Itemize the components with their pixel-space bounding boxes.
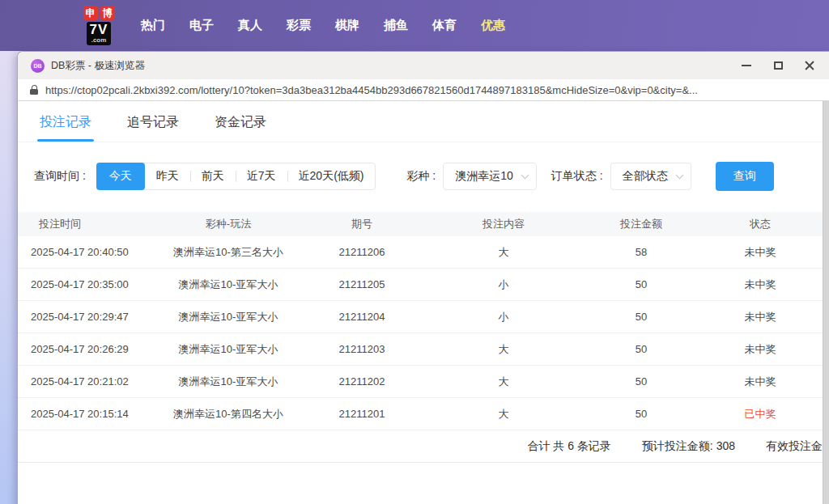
nav-item-electronic[interactable]: 电子 xyxy=(189,18,214,33)
bet-amount: 50 xyxy=(585,278,698,290)
time-range-group: 今天 昨天 前天 近7天 近20天(低频) xyxy=(96,163,376,190)
table-row[interactable]: 2025-04-17 20:40:50 澳洲幸运10-第三名大小 2121120… xyxy=(18,236,823,269)
table-row[interactable]: 2025-04-17 20:35:00 澳洲幸运10-亚军大小 21211205… xyxy=(18,269,823,301)
bet-records-table: 投注时间 彩种-玩法 期号 投注内容 投注金额 状态 2025-04-17 20… xyxy=(18,212,823,463)
record-tabs: 投注记录 追号记录 资金记录 xyxy=(18,101,823,142)
game-play: 澳洲幸运10-亚军大小 xyxy=(155,375,301,389)
col-game-play: 彩种-玩法 xyxy=(155,217,301,231)
search-button[interactable]: 查询 xyxy=(716,162,774,191)
browser-window: DB DB彩票 - 极速浏览器 https://ctop02pcali.2kbx… xyxy=(17,51,829,504)
table-row[interactable]: 2025-04-17 20:26:29 澳洲幸运10-亚军大小 21211203… xyxy=(18,333,823,366)
minimize-icon xyxy=(742,65,751,66)
bet-content: 大 xyxy=(423,342,585,357)
lottery-select[interactable]: 澳洲幸运10 xyxy=(443,163,537,190)
close-button[interactable] xyxy=(803,59,816,72)
bet-content: 小 xyxy=(423,277,585,292)
logo-sub-text: .com xyxy=(90,37,108,44)
game-play: 澳洲幸运10-第四名大小 xyxy=(155,407,301,421)
bet-time: 2025-04-17 20:26:29 xyxy=(18,343,155,355)
bet-time: 2025-04-17 20:29:47 xyxy=(18,311,155,323)
nav-item-live[interactable]: 真人 xyxy=(238,18,262,33)
time-option-day-before[interactable]: 前天 xyxy=(190,163,236,189)
page-content: 投注记录 追号记录 资金记录 查询时间 : 今天 昨天 前天 近7天 近20天(… xyxy=(18,101,823,504)
col-status: 状态 xyxy=(698,217,823,231)
tab-chase-records[interactable]: 追号记录 xyxy=(127,114,179,142)
chevron-down-icon xyxy=(675,172,683,180)
status-badge: 未中奖 xyxy=(698,277,823,292)
issue-number: 21211205 xyxy=(301,278,423,290)
bet-amount: 50 xyxy=(585,375,698,388)
maximize-icon xyxy=(774,61,783,70)
filter-row: 查询时间 : 今天 昨天 前天 近7天 近20天(低频) 彩种 : 澳洲幸运10… xyxy=(34,162,823,191)
issue-number: 21211204 xyxy=(301,311,423,323)
minimize-button[interactable] xyxy=(740,59,753,72)
time-option-yesterday[interactable]: 昨天 xyxy=(145,163,190,189)
vertical-scrollbar[interactable] xyxy=(823,101,829,504)
game-play: 澳洲幸运10-亚军大小 xyxy=(155,342,301,357)
nav-item-hot[interactable]: 热门 xyxy=(141,18,165,33)
logo-badge-right: 博 xyxy=(100,6,115,20)
nav-item-lottery[interactable]: 彩票 xyxy=(287,18,311,33)
bet-time: 2025-04-17 20:40:50 xyxy=(18,246,155,258)
status-badge: 未中奖 xyxy=(698,342,823,357)
bet-time: 2025-04-17 20:35:00 xyxy=(18,278,155,290)
issue-number: 21211201 xyxy=(301,408,423,420)
bet-amount: 50 xyxy=(585,311,698,323)
logo-box: 7V .com xyxy=(87,22,112,45)
chevron-down-icon xyxy=(521,172,529,180)
nav-item-chess[interactable]: 棋牌 xyxy=(335,18,359,33)
window-title: DB彩票 - 极速浏览器 xyxy=(51,59,740,73)
table-row[interactable]: 2025-04-17 20:15:14 澳洲幸运10-第四名大小 2121120… xyxy=(18,398,823,430)
status-badge: 未中奖 xyxy=(698,245,823,260)
url-text[interactable]: https://ctop02pcali.2kbxi392.com/lottery… xyxy=(45,84,698,96)
summary-total: 合计 共 6 条记录 xyxy=(527,439,610,454)
col-amount: 投注金额 xyxy=(585,217,698,231)
site-topbar: 申 博 7V .com 热门 电子 真人 彩票 棋牌 捕鱼 体育 优惠 xyxy=(0,0,829,51)
table-summary: 合计 共 6 条记录 预计投注金额: 308 有效投注金 xyxy=(18,430,823,463)
logo-badge-left: 申 xyxy=(83,6,98,20)
close-icon xyxy=(804,60,815,71)
issue-number: 21211206 xyxy=(301,246,423,258)
nav-item-promo[interactable]: 优惠 xyxy=(481,18,505,33)
nav-item-fishing[interactable]: 捕鱼 xyxy=(384,18,408,33)
logo-badges: 申 博 xyxy=(83,6,115,20)
desktop: 申 博 7V .com 热门 电子 真人 彩票 棋牌 捕鱼 体育 优惠 DB D… xyxy=(0,0,829,504)
bet-amount: 58 xyxy=(585,246,698,258)
issue-number: 21211203 xyxy=(301,343,423,355)
window-controls xyxy=(740,59,816,72)
col-content: 投注内容 xyxy=(423,217,585,231)
col-issue: 期号 xyxy=(301,217,423,231)
lottery-filter-label: 彩种 : xyxy=(406,169,436,184)
bet-content: 大 xyxy=(423,375,585,389)
bet-content: 小 xyxy=(423,310,585,324)
tab-bet-records[interactable]: 投注记录 xyxy=(40,114,91,142)
tab-fund-records[interactable]: 资金记录 xyxy=(215,114,266,142)
nav-item-sports[interactable]: 体育 xyxy=(432,18,457,33)
issue-number: 21211202 xyxy=(301,375,423,388)
logo-main-text: 7V xyxy=(90,23,108,37)
window-titlebar[interactable]: DB DB彩票 - 极速浏览器 xyxy=(18,52,829,79)
status-badge: 未中奖 xyxy=(698,310,823,324)
table-header: 投注时间 彩种-玩法 期号 投注内容 投注金额 状态 xyxy=(18,212,823,236)
status-badge: 已中奖 xyxy=(698,407,823,421)
browser-favicon: DB xyxy=(31,59,45,73)
site-logo[interactable]: 申 博 7V .com xyxy=(80,6,117,45)
game-play: 澳洲幸运10-亚军大小 xyxy=(155,277,301,292)
time-option-20days[interactable]: 近20天(低频) xyxy=(287,163,376,189)
summary-valid-amount: 有效投注金 xyxy=(766,439,823,454)
maximize-button[interactable] xyxy=(772,59,784,72)
table-row[interactable]: 2025-04-17 20:29:47 澳洲幸运10-亚军大小 21211204… xyxy=(18,301,823,333)
lock-icon xyxy=(30,85,38,95)
bet-amount: 50 xyxy=(585,408,698,420)
status-badge: 未中奖 xyxy=(698,375,823,389)
bet-content: 大 xyxy=(423,245,585,260)
time-option-7days[interactable]: 近7天 xyxy=(236,163,287,189)
table-row[interactable]: 2025-04-17 20:21:02 澳洲幸运10-亚军大小 21211202… xyxy=(18,366,823,398)
order-status-select[interactable]: 全部状态 xyxy=(610,163,691,190)
col-bet-time: 投注时间 xyxy=(18,217,155,231)
time-filter-label: 查询时间 : xyxy=(34,169,86,184)
lottery-select-value: 澳洲幸运10 xyxy=(455,169,513,184)
bet-time: 2025-04-17 20:21:02 xyxy=(18,375,155,388)
url-bar[interactable]: https://ctop02pcali.2kbxi392.com/lottery… xyxy=(18,79,829,101)
time-option-today[interactable]: 今天 xyxy=(96,163,145,190)
